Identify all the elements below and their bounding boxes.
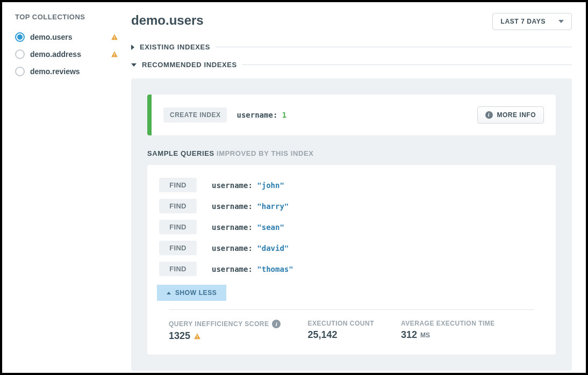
query-row: FINDusername: "john" xyxy=(159,175,544,196)
svg-rect-1 xyxy=(114,39,114,39)
svg-rect-3 xyxy=(114,56,114,56)
sample-queries-header: SAMPLE QUERIES IMPROVED BY THIS INDEX xyxy=(147,149,556,157)
page-title: demo.users xyxy=(131,13,204,28)
sidebar-item-demo-users[interactable]: demo.users xyxy=(15,28,118,46)
stat-avg-time: AVERAGE EXECUTION TIME 312 MS xyxy=(401,320,495,342)
more-info-label: MORE INFO xyxy=(497,111,536,119)
query-expression: username: "sean" xyxy=(212,223,284,232)
existing-indexes-section-header[interactable]: EXISTING INDEXES xyxy=(131,43,572,51)
warning-icon xyxy=(111,33,118,41)
sidebar-item-label: demo.address xyxy=(30,50,105,59)
chevron-down-icon xyxy=(558,20,564,23)
svg-rect-5 xyxy=(197,337,197,338)
create-index-card: CREATE INDEX username: 1 i MORE INFO xyxy=(147,95,556,135)
query-row: FINDusername: "harry" xyxy=(159,196,544,217)
recommended-indexes-label: RECOMMENDED INDEXES xyxy=(142,61,237,69)
find-chip: FIND xyxy=(159,178,197,192)
main-panel: demo.users LAST 7 DAYS EXISTING INDEXES … xyxy=(126,2,586,373)
query-expression: username: "john" xyxy=(212,181,284,190)
find-chip: FIND xyxy=(159,220,197,234)
avg-time-label: AVERAGE EXECUTION TIME xyxy=(401,320,495,327)
inefficiency-value: 1325 xyxy=(169,330,190,342)
query-row: FINDusername: "david" xyxy=(159,237,544,258)
more-info-button[interactable]: i MORE INFO xyxy=(477,106,544,124)
recommended-indexes-section-header[interactable]: RECOMMENDED INDEXES xyxy=(131,61,572,69)
create-index-spec: username: 1 xyxy=(236,111,286,119)
exec-count-value: 25,142 xyxy=(307,329,374,341)
inefficiency-label: QUERY INEFFICIENCY SCORE xyxy=(169,320,269,328)
stats-row: QUERY INEFFICIENCY SCORE i 1325 EXECUTIO… xyxy=(169,309,534,355)
warning-icon xyxy=(193,333,201,340)
warning-icon xyxy=(111,51,118,58)
caret-right-icon xyxy=(131,45,134,50)
create-index-chip: CREATE INDEX xyxy=(163,107,227,122)
info-icon[interactable]: i xyxy=(272,320,281,328)
show-less-label: SHOW LESS xyxy=(175,289,217,297)
caret-down-icon xyxy=(131,63,137,67)
sidebar-item-demo-reviews[interactable]: demo.reviews xyxy=(15,63,118,80)
radio-icon xyxy=(15,67,25,76)
radio-icon xyxy=(15,32,25,42)
info-icon: i xyxy=(485,111,493,119)
find-chip: FIND xyxy=(159,241,197,255)
divider xyxy=(216,47,572,47)
date-range-label: LAST 7 DAYS xyxy=(500,18,546,25)
show-less-button[interactable]: SHOW LESS xyxy=(157,285,226,301)
existing-indexes-label: EXISTING INDEXES xyxy=(140,43,210,51)
recommended-panel: CREATE INDEX username: 1 i MORE INFO SAM… xyxy=(131,78,572,371)
sidebar-item-label: demo.reviews xyxy=(30,67,118,76)
svg-rect-4 xyxy=(197,335,197,337)
stat-inefficiency: QUERY INEFFICIENCY SCORE i 1325 xyxy=(169,320,281,342)
date-range-select[interactable]: LAST 7 DAYS xyxy=(492,13,572,30)
sidebar: TOP COLLECTIONS demo.usersdemo.addressde… xyxy=(2,2,126,373)
radio-icon xyxy=(15,49,25,59)
stat-execution-count: EXECUTION COUNT 25,142 xyxy=(307,320,374,342)
caret-up-icon xyxy=(167,292,171,294)
query-expression: username: "david" xyxy=(212,244,289,253)
svg-rect-0 xyxy=(114,36,114,38)
sidebar-title: TOP COLLECTIONS xyxy=(15,13,118,21)
find-chip: FIND xyxy=(159,262,197,276)
sample-queries-card: FINDusername: "john"FINDusername: "harry… xyxy=(147,165,556,355)
sidebar-item-label: demo.users xyxy=(30,33,105,41)
query-expression: username: "thomas" xyxy=(212,265,293,273)
query-row: FINDusername: "thomas" xyxy=(159,258,544,279)
exec-count-label: EXECUTION COUNT xyxy=(307,320,374,327)
avg-time-unit: MS xyxy=(420,331,430,339)
query-row: FINDusername: "sean" xyxy=(159,217,544,237)
svg-rect-2 xyxy=(114,53,114,55)
avg-time-value: 312 xyxy=(401,329,417,341)
sidebar-item-demo-address[interactable]: demo.address xyxy=(15,46,118,63)
divider xyxy=(242,64,572,65)
find-chip: FIND xyxy=(159,199,197,213)
query-expression: username: "harry" xyxy=(212,202,289,211)
